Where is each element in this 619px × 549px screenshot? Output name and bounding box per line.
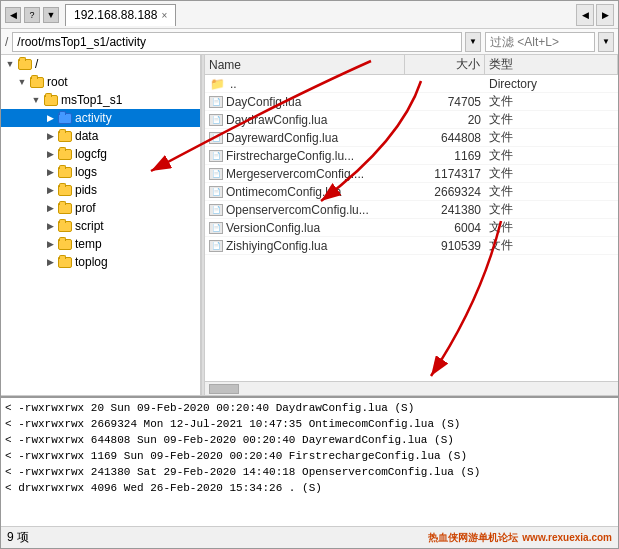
file-row-2[interactable]: 📄 DayrewardConfig.lua 644808 文件 (205, 129, 618, 147)
file-name-dotdot: .. (230, 77, 237, 91)
pids-icon (57, 183, 73, 197)
toolbar-icons: ◀ ? ▼ (5, 7, 59, 23)
tree-item-mstop1[interactable]: ▼ msTop1_s1 (1, 91, 200, 109)
file-icon-2: 📄 (209, 132, 223, 144)
file-row-4[interactable]: 📄 MergeservercomConfig.... 1174317 文件 (205, 165, 618, 183)
tree-toggle-temp[interactable]: ▶ (43, 239, 57, 249)
file-icon-7: 📄 (209, 222, 223, 234)
log-panel: < -rwxrwxrwx 20 Sun 09-Feb-2020 00:20:40… (1, 396, 618, 526)
file-icon-1: 📄 (209, 114, 223, 126)
tree-label-data: data (75, 129, 98, 143)
tree-label-toplog: toplog (75, 255, 108, 269)
tree-item-root-dir[interactable]: ▼ root (1, 73, 200, 91)
tab-label: 192.168.88.188 (74, 8, 157, 22)
horizontal-scrollbar[interactable] (205, 381, 618, 395)
dotdot-icon: 📁 (209, 77, 225, 91)
col-header-type[interactable]: 类型 (485, 55, 618, 74)
tree-label-mstop1: msTop1_s1 (61, 93, 122, 107)
tree-toggle-mstop1[interactable]: ▼ (29, 95, 43, 105)
file-row-0[interactable]: 📄 DayConfig.lua 74705 文件 (205, 93, 618, 111)
file-name-6: OpenservercomConfig.lu... (226, 203, 369, 217)
tree-label-root-dir: root (47, 75, 68, 89)
tab-close-button[interactable]: × (161, 10, 167, 21)
tree-item-data[interactable]: ▶ data (1, 127, 200, 145)
file-row-6[interactable]: 📄 OpenservercomConfig.lu... 241380 文件 (205, 201, 618, 219)
tree-toggle-pids[interactable]: ▶ (43, 185, 57, 195)
nav-right-arrow[interactable]: ▶ (596, 4, 614, 26)
logcfg-icon (57, 147, 73, 161)
tree-item-root[interactable]: ▼ / (1, 55, 200, 73)
file-row-8[interactable]: 📄 ZishiyingConfig.lua 910539 文件 (205, 237, 618, 255)
file-row-3[interactable]: 📄 FirstrechargeConfig.lu... 1169 文件 (205, 147, 618, 165)
path-input[interactable] (12, 32, 462, 52)
script-icon (57, 219, 73, 233)
toolbar-icon-3[interactable]: ▼ (43, 7, 59, 23)
filter-dropdown[interactable]: ▼ (598, 32, 614, 52)
tree-item-prof[interactable]: ▶ prof (1, 199, 200, 217)
tree-panel: ▼ / ▼ root ▼ msTop1_s1 (1, 55, 201, 395)
file-row-1[interactable]: 📄 DaydrawConfig.lua 20 文件 (205, 111, 618, 129)
file-icon-8: 📄 (209, 240, 223, 252)
tree-item-script[interactable]: ▶ script (1, 217, 200, 235)
tree-label-activity: activity (75, 111, 112, 125)
tree-toggle-root[interactable]: ▼ (3, 59, 17, 69)
file-icon-0: 📄 (209, 96, 223, 108)
tree-toggle-prof[interactable]: ▶ (43, 203, 57, 213)
tree-item-activity[interactable]: ▶ activity (1, 109, 200, 127)
file-name-1: DaydrawConfig.lua (226, 113, 327, 127)
toolbar-icon-2[interactable]: ? (24, 7, 40, 23)
tree-item-pids[interactable]: ▶ pids (1, 181, 200, 199)
file-name-3: FirstrechargeConfig.lu... (226, 149, 354, 163)
tree-item-logcfg[interactable]: ▶ logcfg (1, 145, 200, 163)
tab-connection[interactable]: 192.168.88.188 × (65, 4, 176, 26)
file-area: Name 大小 类型 📁 .. (205, 55, 618, 395)
tree-toggle-logcfg[interactable]: ▶ (43, 149, 57, 159)
tree-toggle-data[interactable]: ▶ (43, 131, 57, 141)
activity-icon (57, 111, 73, 125)
col-header-size[interactable]: 大小 (405, 55, 485, 74)
tree-toggle-root-dir[interactable]: ▼ (15, 77, 29, 87)
tree-label-logs: logs (75, 165, 97, 179)
path-dropdown[interactable]: ▼ (465, 32, 481, 52)
file-header: Name 大小 类型 (205, 55, 618, 75)
tree-label-prof: prof (75, 201, 96, 215)
toolbar-icon-1[interactable]: ◀ (5, 7, 21, 23)
path-bar: / ▼ ▼ (1, 29, 618, 55)
col-header-name[interactable]: Name (205, 55, 405, 74)
tree-toggle-logs[interactable]: ▶ (43, 167, 57, 177)
log-line-0: < -rwxrwxrwx 20 Sun 09-Feb-2020 00:20:40… (5, 400, 614, 416)
mstop1-icon (43, 93, 59, 107)
tree-label-temp: temp (75, 237, 102, 251)
file-icon-4: 📄 (209, 168, 223, 180)
toplog-icon (57, 255, 73, 269)
scrollbar-thumb[interactable] (209, 384, 239, 394)
file-name-7: VersionConfig.lua (226, 221, 320, 235)
nav-left-arrow[interactable]: ◀ (576, 4, 594, 26)
watermark-url: www.rexuexia.com (522, 532, 612, 543)
data-icon (57, 129, 73, 143)
filter-input[interactable] (485, 32, 595, 52)
log-line-4: < -rwxrwxrwx 241380 Sat 29-Feb-2020 14:4… (5, 464, 614, 480)
file-icon-5: 📄 (209, 186, 223, 198)
items-count: 9 项 (7, 529, 29, 546)
prof-icon (57, 201, 73, 215)
file-name-0: DayConfig.lua (226, 95, 301, 109)
file-name-5: OntimecomConfig.lua (226, 185, 341, 199)
file-name-4: MergeservercomConfig.... (226, 167, 364, 181)
log-line-2: < -rwxrwxrwx 644808 Sun 09-Feb-2020 00:2… (5, 432, 614, 448)
status-bar: 9 项 热血侠网游单机论坛 www.rexuexia.com (1, 526, 618, 548)
file-row-5[interactable]: 📄 OntimecomConfig.lua 2669324 文件 (205, 183, 618, 201)
tree-item-temp[interactable]: ▶ temp (1, 235, 200, 253)
file-row-7[interactable]: 📄 VersionConfig.lua 6004 文件 (205, 219, 618, 237)
temp-icon (57, 237, 73, 251)
tree-toggle-activity[interactable]: ▶ (43, 113, 57, 123)
tree-item-logs[interactable]: ▶ logs (1, 163, 200, 181)
tree-toggle-script[interactable]: ▶ (43, 221, 57, 231)
tree-item-toplog[interactable]: ▶ toplog (1, 253, 200, 271)
root-dir-icon (29, 75, 45, 89)
file-row-dotdot[interactable]: 📁 .. Directory (205, 75, 618, 93)
tree-label-pids: pids (75, 183, 97, 197)
tree-toggle-toplog[interactable]: ▶ (43, 257, 57, 267)
logs-icon (57, 165, 73, 179)
file-icon-6: 📄 (209, 204, 223, 216)
